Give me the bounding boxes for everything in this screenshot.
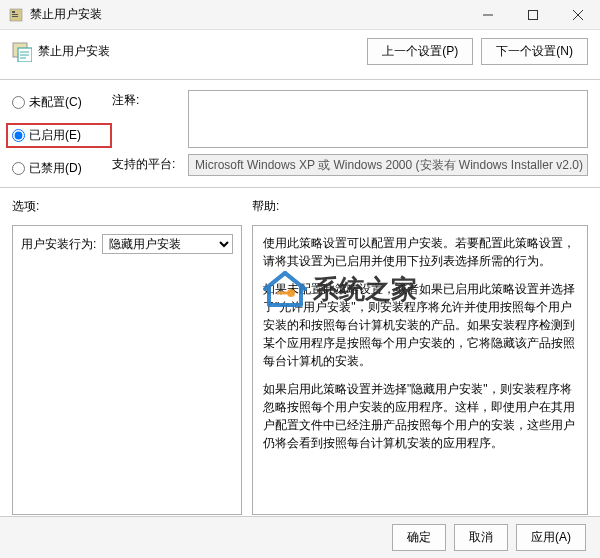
radio-enabled[interactable]: 已启用(E) bbox=[12, 127, 106, 144]
radio-not-configured-input[interactable] bbox=[12, 96, 25, 109]
platform-value: Microsoft Windows XP 或 Windows 2000 (安装有… bbox=[188, 154, 588, 176]
state-radios: 未配置(C) 已启用(E) 已禁用(D) bbox=[12, 90, 112, 177]
header-title: 禁止用户安装 bbox=[38, 43, 110, 60]
comment-label: 注释: bbox=[112, 90, 182, 109]
divider bbox=[0, 79, 600, 80]
options-label: 选项: bbox=[12, 198, 252, 215]
window-controls bbox=[465, 0, 600, 29]
behavior-select[interactable]: 隐藏用户安装 bbox=[102, 234, 233, 254]
divider bbox=[0, 187, 600, 188]
platform-label: 支持的平台: bbox=[112, 154, 182, 173]
footer: 确定 取消 应用(A) bbox=[0, 516, 600, 558]
help-text: 如果启用此策略设置并选择"隐藏用户安装"，则安装程序将忽略按照每个用户安装的应用… bbox=[263, 380, 577, 452]
radio-not-configured[interactable]: 未配置(C) bbox=[12, 94, 112, 111]
svg-rect-3 bbox=[12, 16, 18, 17]
radio-not-configured-label: 未配置(C) bbox=[29, 94, 82, 111]
svg-rect-1 bbox=[12, 11, 15, 13]
app-icon bbox=[8, 7, 24, 23]
radio-disabled[interactable]: 已禁用(D) bbox=[12, 160, 112, 177]
help-panel: 使用此策略设置可以配置用户安装。若要配置此策略设置，请将其设置为已启用并使用下拉… bbox=[252, 225, 588, 515]
ok-button[interactable]: 确定 bbox=[392, 524, 446, 551]
radio-enabled-highlight: 已启用(E) bbox=[6, 123, 112, 148]
help-text: 使用此策略设置可以配置用户安装。若要配置此策略设置，请将其设置为已启用并使用下拉… bbox=[263, 234, 577, 270]
comment-input[interactable] bbox=[188, 90, 588, 148]
prev-setting-button[interactable]: 上一个设置(P) bbox=[367, 38, 473, 65]
minimize-button[interactable] bbox=[465, 0, 510, 29]
maximize-button[interactable] bbox=[510, 0, 555, 29]
behavior-label: 用户安装行为: bbox=[21, 236, 96, 253]
svg-rect-2 bbox=[12, 14, 18, 15]
options-panel: 用户安装行为: 隐藏用户安装 bbox=[12, 225, 242, 515]
radio-enabled-input[interactable] bbox=[12, 129, 25, 142]
radio-enabled-label: 已启用(E) bbox=[29, 127, 81, 144]
titlebar: 禁止用户安装 bbox=[0, 0, 600, 30]
radio-disabled-label: 已禁用(D) bbox=[29, 160, 82, 177]
help-text: 如果未配置此策略设置，或者如果已启用此策略设置并选择了"允许用户安装"，则安装程… bbox=[263, 280, 577, 370]
close-button[interactable] bbox=[555, 0, 600, 29]
policy-icon bbox=[12, 42, 32, 62]
window-title: 禁止用户安装 bbox=[30, 6, 465, 23]
cancel-button[interactable]: 取消 bbox=[454, 524, 508, 551]
apply-button[interactable]: 应用(A) bbox=[516, 524, 586, 551]
help-label: 帮助: bbox=[252, 198, 588, 215]
svg-rect-5 bbox=[528, 10, 537, 19]
header: 禁止用户安装 上一个设置(P) 下一个设置(N) bbox=[0, 30, 600, 73]
next-setting-button[interactable]: 下一个设置(N) bbox=[481, 38, 588, 65]
radio-disabled-input[interactable] bbox=[12, 162, 25, 175]
